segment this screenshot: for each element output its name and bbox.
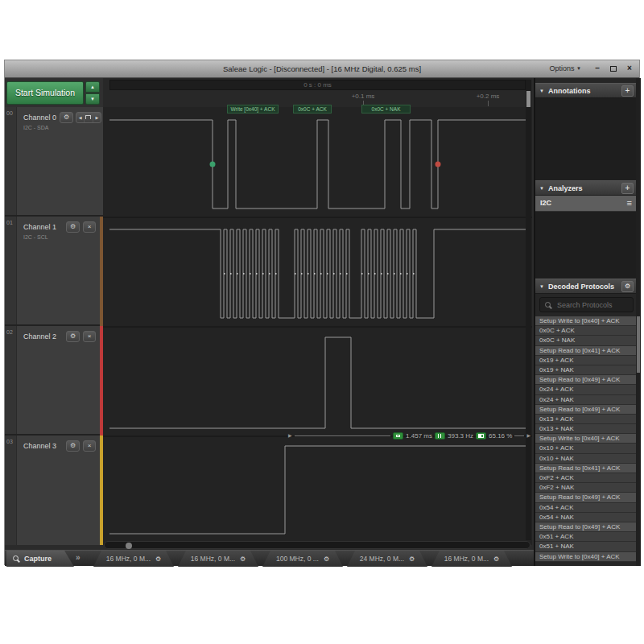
vertical-scrollbar[interactable]: [526, 80, 531, 540]
analyzer-item-i2c[interactable]: I2C ≡: [535, 196, 636, 212]
waveform-area[interactable]: [103, 107, 532, 545]
measure-arrow-icon: ▶: [288, 431, 292, 441]
session-tab-0[interactable]: 16 MHz, 0 M...⚙: [93, 551, 174, 567]
protocol-row[interactable]: 0x24 + ACK: [535, 385, 636, 394]
protocol-row[interactable]: Setup Read to [0x41] + ACK: [535, 346, 636, 356]
timeline-primary-label: 0 s : 0 ms: [109, 80, 526, 90]
channel-row-2[interactable]: 02Channel 2⚙×: [5, 326, 103, 436]
horizontal-scrollbar-thumb[interactable]: [126, 543, 132, 549]
restore-button[interactable]: [607, 63, 620, 75]
spinner-down-button[interactable]: ▼: [85, 93, 100, 105]
channel-settings-button[interactable]: ⚙: [66, 331, 80, 342]
collapse-triangle-icon: ▼: [539, 89, 544, 93]
analyzers-title: Analyzers: [548, 184, 583, 192]
protocol-row[interactable]: 0x10 + NAK: [535, 454, 636, 464]
channel-activity-bar: [100, 326, 103, 436]
frequency-measure-icon: [435, 432, 445, 440]
tab-settings-icon[interactable]: ⚙: [493, 555, 499, 563]
decoded-protocols-header[interactable]: ▼ Decoded Protocols ⚙: [535, 279, 636, 294]
session-tab-3[interactable]: 24 MHz, 0 M...⚙: [347, 551, 427, 567]
capture-tab[interactable]: Capture: [6, 551, 74, 567]
waveform-ch0: [109, 120, 528, 208]
timeline-tick-label: +0.2 ms: [477, 93, 500, 100]
protocol-row[interactable]: 0x24 + NAK: [535, 395, 636, 405]
add-analyzer-button[interactable]: +: [621, 183, 634, 194]
protocol-row[interactable]: Setup Read to [0x41] + ACK: [535, 464, 636, 473]
analyzers-body: [535, 212, 636, 279]
search-input[interactable]: [557, 299, 631, 311]
app-window: Saleae Logic - [Disconnected] - [16 MHz …: [4, 60, 640, 565]
protocol-row[interactable]: 0x13 + ACK: [535, 415, 636, 424]
tab-overflow-button[interactable]: »: [76, 553, 80, 562]
sample-spinner: ▲ ▼: [85, 81, 100, 105]
analyzers-header[interactable]: ▼ Analyzers +: [535, 180, 636, 196]
pulse-trigger-button[interactable]: [85, 113, 93, 122]
channel-settings-button[interactable]: ⚙: [60, 112, 73, 123]
session-tab-label: 100 MHz, 0 ...: [276, 555, 319, 563]
protocol-row[interactable]: Setup Read to [0x49] + ACK: [535, 493, 636, 502]
protocol-row[interactable]: 0x51 + ACK: [535, 532, 636, 542]
protocol-row[interactable]: 0x19 + ACK: [535, 356, 636, 365]
capture-zoom-icon: [13, 555, 20, 563]
protocol-row[interactable]: 0x10 + ACK: [535, 444, 636, 453]
protocol-row[interactable]: 0xF2 + NAK: [535, 483, 636, 493]
annotations-header[interactable]: ▼ Annotations +: [535, 83, 636, 98]
minimize-button[interactable]: –: [591, 63, 604, 75]
protocol-row[interactable]: Setup Read to [0x49] + ACK: [535, 405, 636, 415]
close-button[interactable]: ×: [623, 63, 636, 75]
protocol-row[interactable]: 0x19 + NAK: [535, 365, 636, 375]
protocol-row[interactable]: Setup Read to [0x49] + ACK: [535, 522, 636, 532]
protocol-row[interactable]: 0x51 + NAK: [535, 542, 636, 551]
protocol-row[interactable]: 0x13 + NAK: [535, 424, 636, 434]
channel-row-1[interactable]: 01Channel 1I2C - SCL⚙×: [5, 217, 103, 326]
options-menu[interactable]: Options ▼: [550, 64, 582, 72]
protocol-row[interactable]: Setup Write to [0x40] + ACK: [535, 552, 636, 562]
protocols-settings-button[interactable]: ⚙: [621, 281, 634, 292]
session-tab-label: 16 MHz, 0 M...: [106, 555, 151, 563]
vertical-scrollbar-thumb[interactable]: [526, 91, 530, 107]
protocol-row[interactable]: 0x0C + NAK: [535, 336, 636, 345]
protocol-row[interactable]: 0x0C + ACK: [535, 326, 636, 336]
protocol-row[interactable]: Setup Read to [0x49] + ACK: [535, 375, 636, 385]
frequency-measure-value: 393.3 Hz: [448, 432, 473, 440]
protocol-row[interactable]: 0xF2 + ACK: [535, 473, 636, 483]
tab-settings-icon[interactable]: ⚙: [240, 555, 246, 563]
session-tab-4[interactable]: 16 MHz, 0 M...⚙: [431, 551, 512, 567]
tab-settings-icon[interactable]: ⚙: [324, 555, 329, 563]
capture-tab-label: Capture: [24, 555, 52, 563]
window-title: Saleae Logic - [Disconnected] - [16 MHz …: [5, 64, 639, 73]
timeline-ruler[interactable]: 0 s : 0 ms +0.1 ms +0.2 ms: [103, 78, 532, 107]
channel-remove-button[interactable]: ×: [83, 440, 96, 452]
protocol-row[interactable]: 0x54 + ACK: [535, 503, 636, 513]
session-tab-1[interactable]: 16 MHz, 0 M...⚙: [178, 551, 258, 567]
channel-settings-button[interactable]: ⚙: [66, 221, 80, 233]
i2c-start-marker: [210, 162, 216, 167]
channel-remove-button[interactable]: ×: [83, 331, 96, 342]
channel-settings-button[interactable]: ⚙: [66, 440, 80, 452]
protocol-list: Setup Write to [0x40] + ACK0x0C + ACK0x0…: [535, 316, 636, 566]
measure-line: [295, 436, 390, 436]
horizontal-scrollbar[interactable]: [104, 541, 530, 549]
protocol-row[interactable]: Setup Write to [0x40] + ACK: [535, 316, 636, 326]
protocol-search-box[interactable]: [539, 297, 634, 312]
start-simulation-button[interactable]: Start Simulation: [6, 81, 84, 105]
add-annotation-button[interactable]: +: [621, 85, 634, 97]
protocol-row[interactable]: 0x54 + NAK: [535, 513, 636, 522]
channel-row-0[interactable]: 00Channel 0I2C - SDA⚙◀▶: [5, 107, 103, 217]
panel-scrollbar[interactable]: [636, 78, 641, 566]
i2c-stop-marker: [436, 162, 441, 167]
session-tab-2[interactable]: 100 MHz, 0 ...⚙: [262, 551, 343, 567]
protocol-row[interactable]: Setup Write to [0x40] + ACK: [535, 434, 636, 444]
channel-row-3[interactable]: 03Channel 3⚙×: [5, 436, 103, 545]
hamburger-menu-icon[interactable]: ≡: [627, 198, 632, 208]
tab-settings-icon[interactable]: ⚙: [155, 555, 161, 563]
panel-scrollbar-thumb[interactable]: [637, 316, 640, 373]
side-panel: ▼ Annotations + ▼ Analyzers + I2C ≡ ▼ De…: [534, 78, 636, 566]
next-edge-button[interactable]: ▶: [93, 113, 101, 122]
collapse-triangle-icon: ▼: [539, 186, 544, 191]
measure-line: [514, 436, 524, 436]
spinner-up-button[interactable]: ▲: [85, 81, 100, 93]
channel-remove-button[interactable]: ×: [83, 221, 96, 233]
tab-settings-icon[interactable]: ⚙: [409, 555, 415, 563]
prev-edge-button[interactable]: ◀: [76, 113, 85, 122]
